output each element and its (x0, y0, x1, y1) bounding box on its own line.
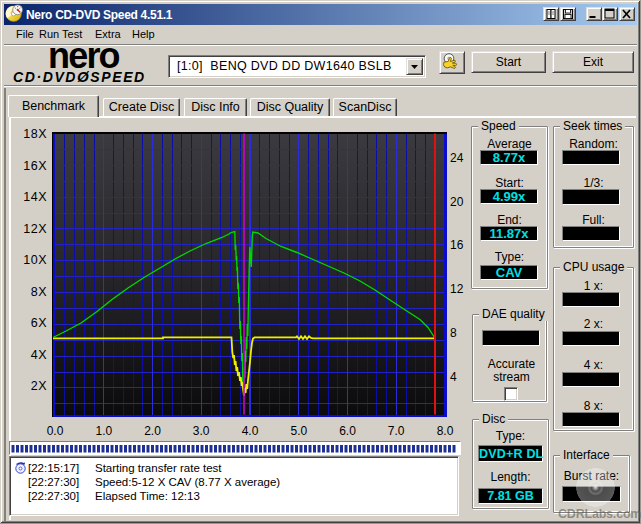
svg-text:4.0: 4.0 (242, 424, 259, 438)
svg-text:6.0: 6.0 (339, 424, 356, 438)
svg-text:1.0: 1.0 (95, 424, 112, 438)
svg-text:4X: 4X (31, 348, 47, 362)
svg-text:3.0: 3.0 (193, 424, 210, 438)
svg-text:16X: 16X (23, 159, 47, 173)
svg-text:20: 20 (450, 195, 464, 209)
svg-text:8X: 8X (31, 285, 47, 299)
svg-text:2X: 2X (31, 379, 47, 393)
svg-text:6X: 6X (31, 316, 47, 330)
svg-text:16: 16 (450, 238, 464, 252)
svg-text:12X: 12X (23, 222, 47, 236)
svg-text:8.0: 8.0 (437, 424, 454, 438)
svg-text:8: 8 (450, 326, 457, 340)
svg-text:14X: 14X (23, 190, 47, 204)
svg-text:7.0: 7.0 (388, 424, 405, 438)
svg-text:4: 4 (450, 370, 457, 384)
svg-text:24: 24 (450, 151, 464, 165)
svg-text:5.0: 5.0 (290, 424, 307, 438)
svg-text:18X: 18X (23, 127, 47, 141)
svg-text:12: 12 (450, 282, 464, 296)
svg-text:0.0: 0.0 (47, 424, 64, 438)
svg-text:10X: 10X (23, 253, 47, 267)
svg-text:2.0: 2.0 (144, 424, 161, 438)
